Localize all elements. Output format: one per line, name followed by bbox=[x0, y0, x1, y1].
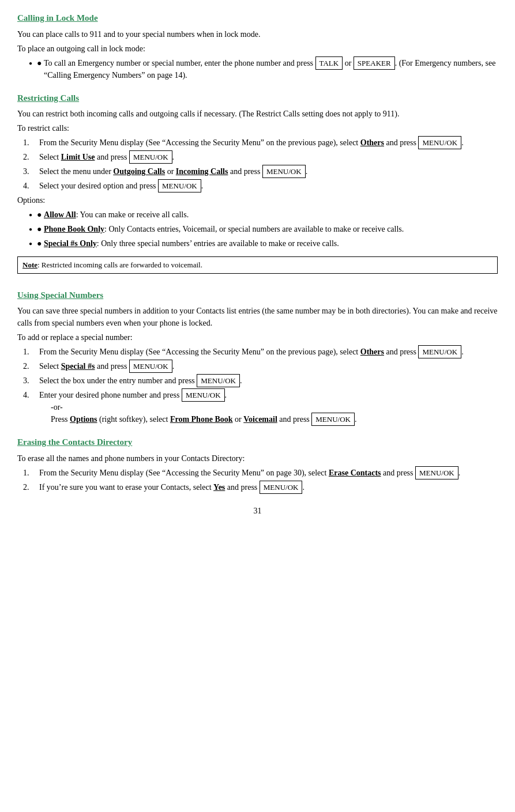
menuok-key-s1: MENU/OK bbox=[418, 345, 461, 358]
using-special-numbers-para1: You can save three special numbers in ad… bbox=[17, 305, 498, 329]
erasing-contacts-section: Erasing the Contacts Directory To erase … bbox=[17, 436, 498, 493]
calling-lock-mode-bullet1-text: To call an Emergency number or special n… bbox=[44, 57, 498, 81]
page-number: 31 bbox=[17, 505, 498, 517]
special-step-4-content: Enter your desired phone number and pres… bbox=[39, 389, 498, 425]
special-step-num-1: 1. bbox=[23, 346, 39, 358]
erase-step-1-content: From the Security Menu display (See “Acc… bbox=[39, 467, 498, 479]
incoming-calls-label: Incoming Calls bbox=[176, 167, 228, 176]
using-special-numbers-steps: 1. From the Security Menu display (See “… bbox=[23, 346, 498, 425]
restricting-calls-section: Restricting Calls You can restrict both … bbox=[17, 92, 498, 278]
erase-contacts-label: Erase Contacts bbox=[329, 469, 381, 477]
restrict-step-4: 4. Select your desired option and press … bbox=[23, 180, 498, 192]
phone-book-only-text: Phone Book Only: Only Contacts entries, … bbox=[44, 223, 404, 235]
menuok-key-s2: MENU/OK bbox=[129, 360, 172, 373]
erase-step-2-content: If you’re sure you want to erase your Co… bbox=[39, 481, 498, 493]
limituse-label: Limit Use bbox=[61, 153, 95, 161]
restrict-step-3-content: Select the menu under Outgoing Calls or … bbox=[39, 165, 498, 177]
talk-key: TALK bbox=[315, 56, 343, 70]
using-special-numbers-title: Using Special Numbers bbox=[17, 289, 498, 302]
others-label: Others bbox=[360, 138, 384, 147]
or-line: -or- bbox=[51, 401, 498, 413]
restrict-step-1-content: From the Security Menu display (See “Acc… bbox=[39, 137, 498, 149]
restricting-calls-title: Restricting Calls bbox=[17, 92, 498, 105]
special-step-num-4: 4. bbox=[23, 389, 39, 401]
menuok-key-e1: MENU/OK bbox=[415, 466, 458, 479]
using-special-numbers-section: Using Special Numbers You can save three… bbox=[17, 289, 498, 426]
erasing-contacts-para1: To erase all the names and phone numbers… bbox=[17, 452, 498, 464]
menuok-key-s4b: MENU/OK bbox=[311, 413, 355, 426]
menuok-key-r1: MENU/OK bbox=[418, 136, 461, 149]
special-step-2-content: Select Special #s and press MENU/OK. bbox=[39, 360, 498, 372]
special-step-4: 4. Enter your desired phone number and p… bbox=[23, 389, 498, 425]
menuok-key-s4: MENU/OK bbox=[182, 388, 225, 402]
phone-book-only-bullet: ● Phone Book Only: Only Contacts entries… bbox=[29, 223, 498, 235]
calling-lock-mode-title: Calling in Lock Mode bbox=[17, 12, 498, 25]
restricting-calls-para2: To restrict calls: bbox=[17, 122, 498, 134]
restrict-step-3: 3. Select the menu under Outgoing Calls … bbox=[23, 165, 498, 177]
step-num-3: 3. bbox=[23, 165, 39, 177]
calling-lock-mode-para2: To place an outgoing call in lock mode: bbox=[17, 43, 498, 55]
menuok-key-r3: MENU/OK bbox=[262, 165, 306, 178]
restricting-calls-para1: You can restrict both incoming calls and… bbox=[17, 108, 498, 120]
erase-step-num-1: 1. bbox=[23, 467, 39, 479]
bullet-dot: ● bbox=[37, 209, 44, 221]
menuok-key-e2: MENU/OK bbox=[260, 481, 303, 494]
restrict-step-1: 1. From the Security Menu display (See “… bbox=[23, 137, 498, 149]
voicemail-label: Voicemail bbox=[243, 415, 277, 424]
menuok-key-s3: MENU/OK bbox=[197, 374, 240, 387]
calling-lock-mode-bullet1: ● To call an Emergency number or special… bbox=[29, 57, 498, 81]
erase-step-1: 1. From the Security Menu display (See “… bbox=[23, 467, 498, 479]
step-num-1: 1. bbox=[23, 137, 39, 149]
bullet-dot: ● bbox=[37, 223, 44, 235]
special-step-1: 1. From the Security Menu display (See “… bbox=[23, 346, 498, 358]
outgoing-calls-label: Outgoing Calls bbox=[113, 167, 165, 176]
options-key: Options bbox=[70, 415, 97, 424]
restrict-step-2-content: Select Limit Use and press MENU/OK. bbox=[39, 151, 498, 163]
restrict-step-4-content: Select your desired option and press MEN… bbox=[39, 180, 498, 192]
speaker-key: SPEAKER bbox=[354, 56, 395, 70]
note-label: Note: Restricted incoming calls are forw… bbox=[22, 260, 202, 269]
restrict-step-2: 2. Select Limit Use and press MENU/OK. bbox=[23, 151, 498, 163]
erase-step-num-2: 2. bbox=[23, 481, 39, 493]
note-box: Note: Restricted incoming calls are forw… bbox=[17, 256, 498, 274]
others-label-s1: Others bbox=[360, 348, 384, 356]
bullet-dot: ● bbox=[37, 57, 44, 69]
options-bullets: ● Allow All: You can make or receive all… bbox=[29, 209, 498, 250]
bullet-dot: ● bbox=[37, 237, 44, 250]
menuok-key-r2: MENU/OK bbox=[129, 150, 172, 164]
special-step-3-content: Select the box under the entry number an… bbox=[39, 375, 498, 387]
special-step-1-content: From the Security Menu display (See “Acc… bbox=[39, 346, 498, 358]
erasing-contacts-title: Erasing the Contacts Directory bbox=[17, 436, 498, 449]
allow-all-text: Allow All: You can make or receive all c… bbox=[44, 209, 189, 221]
special-hash-only-bullet: ● Special #s Only: Only three special nu… bbox=[29, 237, 498, 250]
step-num-4: 4. bbox=[23, 180, 39, 192]
allow-all-bullet: ● Allow All: You can make or receive all… bbox=[29, 209, 498, 221]
from-phone-book-label: From Phone Book bbox=[170, 415, 233, 424]
special-hash-only-text: Special #s Only: Only three special numb… bbox=[44, 237, 339, 250]
calling-lock-mode-para1: You can place calls to 911 and to your s… bbox=[17, 28, 498, 40]
special-step-3: 3. Select the box under the entry number… bbox=[23, 375, 498, 387]
special-step-num-3: 3. bbox=[23, 375, 39, 387]
erase-step-2: 2. If you’re sure you want to erase your… bbox=[23, 481, 498, 493]
special-step-2: 2. Select Special #s and press MENU/OK. bbox=[23, 360, 498, 372]
calling-lock-mode-section: Calling in Lock Mode You can place calls… bbox=[17, 12, 498, 81]
yes-label: Yes bbox=[213, 483, 225, 492]
using-special-numbers-para2: To add or replace a special number: bbox=[17, 331, 498, 343]
step-num-2: 2. bbox=[23, 151, 39, 163]
special-step-num-2: 2. bbox=[23, 360, 39, 372]
restricting-calls-steps: 1. From the Security Menu display (See “… bbox=[23, 137, 498, 192]
calling-lock-mode-bullets: ● To call an Emergency number or special… bbox=[29, 57, 498, 81]
special-hash-label: Special #s bbox=[61, 362, 95, 371]
options-label: Options: bbox=[17, 194, 498, 206]
menuok-key-r4: MENU/OK bbox=[158, 179, 201, 192]
or-options-text: Press Options (right softkey), select Fr… bbox=[51, 413, 498, 425]
erasing-contacts-steps: 1. From the Security Menu display (See “… bbox=[23, 467, 498, 493]
